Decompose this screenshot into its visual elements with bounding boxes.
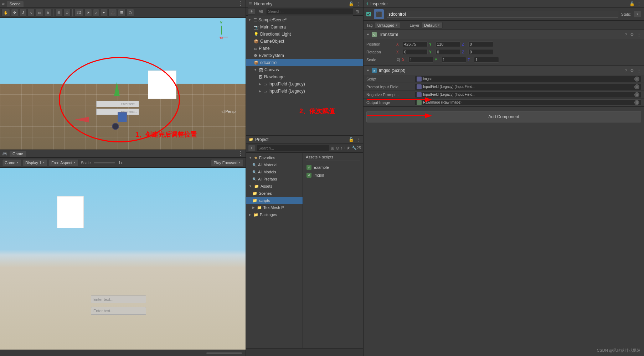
display-dropdown[interactable]: Display 1 <box>23 159 47 166</box>
pos-z-input[interactable]: 0 <box>468 41 493 47</box>
transform-tool-btn[interactable]: ⊕ <box>44 9 51 17</box>
rot-z-input[interactable]: 0 <box>468 49 493 55</box>
pos-x-input[interactable]: 426.75 <box>403 41 428 47</box>
project-search[interactable] <box>257 145 329 151</box>
game-scroll-bar[interactable] <box>206 352 242 354</box>
pos-y-input[interactable]: 118 <box>436 41 460 47</box>
negative-value[interactable]: InputField (Legacy) (Input Field... ◎ <box>415 91 641 98</box>
overlay-btn[interactable]: ⬡ <box>127 9 134 17</box>
transform-settings-icon[interactable]: ⚙ <box>630 32 634 37</box>
project-lock-icon[interactable]: 🔓 <box>349 137 354 142</box>
cam-btn[interactable]: 🎥 <box>108 9 117 17</box>
aspect-dropdown[interactable]: Free Aspect <box>49 159 78 166</box>
rot-y-input[interactable]: 0 <box>436 49 460 55</box>
project-all-models[interactable]: 🔍 All Models <box>246 168 303 176</box>
hierarchy-item-main-camera[interactable]: 📷 Main Camera <box>246 23 363 31</box>
scene-input-1[interactable]: Enter text... <box>96 101 139 107</box>
global-btn[interactable]: ⊙ <box>63 9 71 17</box>
hierarchy-add-btn[interactable]: + <box>248 8 255 15</box>
pivot-btn[interactable]: ⊞ <box>55 9 62 17</box>
audio-btn[interactable]: ♪ <box>93 9 99 17</box>
project-more-icon[interactable]: ⋮ <box>356 137 360 142</box>
script-header[interactable]: ▼ # Imgsd (Script) ? ⚙ ⋮ <box>364 66 644 75</box>
transform-more-icon[interactable]: ⋮ <box>637 32 641 37</box>
game-input-1[interactable]: Enter text... <box>91 295 146 303</box>
hierarchy-item-dir-light[interactable]: 💡 Directional Light <box>246 31 363 38</box>
inspector-more-icon[interactable]: ⋮ <box>637 1 641 6</box>
project-file-imgsd[interactable]: # imgsd <box>306 172 360 179</box>
project-all-material[interactable]: 🔍 All Material <box>246 161 303 168</box>
scale-x-input[interactable]: 1 <box>408 57 433 63</box>
project-favorites[interactable]: ▼ ★ Favorites <box>246 154 303 161</box>
prompt-value[interactable]: InputField (Legacy) (Input Field... ◎ <box>415 84 641 90</box>
2d-btn[interactable]: 2D <box>74 9 83 17</box>
project-all-prefabs[interactable]: 🔍 All Prefabs <box>246 176 303 183</box>
project-header: 📁 Project 🔓 ⋮ <box>246 136 363 143</box>
hierarchy-item-sdcontrol[interactable]: 📦 sdcontrol <box>246 59 363 66</box>
game-menu-dots[interactable]: ⋮ <box>238 150 243 157</box>
transform-header[interactable]: ▼ ⤡ Transform ? ⚙ ⋮ <box>364 30 644 39</box>
static-dropdown[interactable] <box>634 11 641 18</box>
inspector-lock-icon[interactable]: 🔓 <box>629 1 635 6</box>
proj-type-icon[interactable]: ⊙ <box>336 146 339 151</box>
layer-dropdown[interactable]: Default <box>422 22 443 28</box>
script-script-value[interactable]: imgsd ◎ <box>415 76 641 82</box>
play-focused-dropdown[interactable]: Play Focused <box>211 159 243 166</box>
light-btn[interactable]: ☀ <box>84 9 92 17</box>
game-dropdown[interactable]: Game <box>2 159 21 166</box>
rotate-tool-btn[interactable]: ↺ <box>19 9 26 17</box>
move-tool-btn[interactable]: ✥ <box>11 9 18 17</box>
hierarchy-more-icon[interactable]: ⋮ <box>356 1 360 6</box>
object-icon-box: ⬛ <box>374 9 384 19</box>
negative-dot-btn[interactable]: ◎ <box>634 92 639 97</box>
rot-x-input[interactable]: 0 <box>403 49 428 55</box>
project-scenes[interactable]: 📁 Scenes <box>246 190 303 197</box>
hierarchy-item-samplescene[interactable]: ▼ ☰ SampleScene* <box>246 16 363 23</box>
project-assets[interactable]: ▼ 📁 Assets <box>246 183 303 190</box>
game-input-2[interactable]: Enter text... <box>91 307 146 315</box>
scale-slider[interactable] <box>94 162 115 163</box>
rect-tool-btn[interactable]: ▭ <box>36 9 43 17</box>
script-dot-btn[interactable]: ◎ <box>634 77 639 82</box>
hierarchy-item-inputfield-1[interactable]: ▶ ▭ InputField (Legacy) <box>246 80 363 88</box>
game-tab[interactable]: Game <box>10 151 26 157</box>
project-textmesh[interactable]: ▶ 📁 TextMesh P <box>246 204 303 211</box>
hand-tool-btn[interactable]: ✋ <box>1 9 10 17</box>
output-dot-btn[interactable]: ◎ <box>634 100 639 105</box>
script-help-icon[interactable]: ? <box>625 68 627 73</box>
object-name-input[interactable] <box>387 11 618 18</box>
hierarchy-item-plane[interactable]: ▭ Plane <box>246 45 363 52</box>
gizmo-btn[interactable]: ☰ <box>118 9 125 17</box>
script-more-icon[interactable]: ⋮ <box>637 68 641 73</box>
proj-star-icon[interactable]: ★ <box>346 146 350 151</box>
fx-btn[interactable]: ✦ <box>100 9 107 17</box>
scale-tool-btn[interactable]: ⤡ <box>27 9 35 17</box>
hierarchy-item-eventsystem[interactable]: ⚙ EventSystem <box>246 52 363 59</box>
hierarchy-lock-icon[interactable]: 🔓 <box>349 1 354 6</box>
proj-view-icon[interactable]: ⊞ <box>331 146 334 151</box>
project-file-example[interactable]: # Example <box>306 164 360 171</box>
transform-help-icon[interactable]: ? <box>625 32 627 37</box>
project-scripts[interactable]: 📁 scripts <box>246 197 303 204</box>
object-active-checkbox[interactable] <box>366 12 371 16</box>
hierarchy-panel: ☰ Hierarchy 🔓 ⋮ + All ⊞ ▼ ☰ SampleS <box>246 0 363 135</box>
scale-z-input[interactable]: 1 <box>474 57 499 63</box>
scale-y-input[interactable]: 1 <box>441 57 466 63</box>
transform-icon: ⤡ <box>372 32 377 37</box>
add-component-button[interactable]: Add Component <box>366 111 641 122</box>
project-add-btn[interactable]: + <box>248 145 255 151</box>
hierarchy-search[interactable] <box>266 8 353 15</box>
prompt-dot-btn[interactable]: ◎ <box>634 84 639 89</box>
tag-dropdown[interactable]: Untagged <box>375 22 401 28</box>
hierarchy-item-gameobject[interactable]: 📦 GameObject <box>246 38 363 45</box>
proj-label-icon[interactable]: 🏷 <box>341 146 345 151</box>
hierarchy-view-icon[interactable]: ⊞ <box>355 9 359 14</box>
project-packages[interactable]: ▶ 📁 Packages <box>246 211 303 218</box>
scene-tab[interactable]: Scene <box>7 1 24 7</box>
output-value[interactable]: RawImage (Raw Image) ◎ <box>415 99 641 106</box>
hierarchy-item-canvas[interactable]: ▼ 🖼 Canvas <box>246 66 363 73</box>
hierarchy-item-inputfield-2[interactable]: ▶ ▭ InputField (Legacy) <box>246 88 363 95</box>
script-settings-icon[interactable]: ⚙ <box>630 68 634 73</box>
hierarchy-item-rawimage[interactable]: 🖼 RawImage <box>246 73 363 80</box>
scene-menu-dots[interactable]: ⋮ <box>238 0 243 7</box>
